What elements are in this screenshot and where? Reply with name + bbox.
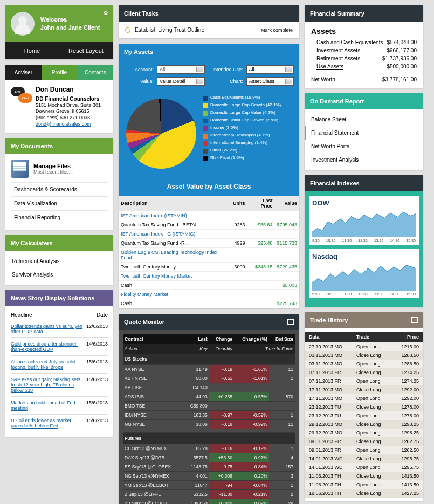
news-header: News Story Display Solutions xyxy=(5,290,113,306)
legend-item: Other (22.2%) xyxy=(203,148,295,154)
trade-row: 29.12.2013 MOClose Long1298.25 xyxy=(305,420,423,429)
intended-use-select[interactable]: All xyxy=(246,65,294,74)
reset-layout-button[interactable]: Reset Layout xyxy=(59,42,113,59)
quote-monitor-card: Quote Monitor Contract Last Change Chang… xyxy=(119,314,299,504)
quote-row: ABT ISEC4.140 xyxy=(123,383,295,392)
my-calculators-card: My Calculaters Retirement AnalysisSurviv… xyxy=(5,235,113,285)
news-row[interactable]: S&P ekes out gain; Nasdaq sets fresh 12-… xyxy=(11,374,108,397)
quote-row: ABT NYSE50.00-0.51-1.01%1 xyxy=(123,374,295,383)
client-tasks-header: Client Tasks xyxy=(119,5,299,22)
asset-row: Cash$5,003 xyxy=(119,281,299,290)
news-row[interactable]: Dollar extends gains vs euro, yen after … xyxy=(11,320,108,338)
my-calculators-header: My Calculaters xyxy=(5,235,113,251)
report-item[interactable]: Net Worth Portal xyxy=(305,140,423,153)
financial-summary-card: Financial Summary Assets Cash and Cash E… xyxy=(305,5,423,88)
window-icon[interactable] xyxy=(411,317,418,323)
report-item[interactable]: Investment Analysis xyxy=(305,153,423,167)
tab-adviser[interactable]: Adviser xyxy=(5,65,42,80)
col-units: Units xyxy=(231,196,247,211)
adviser-card: Adviser Profile Contacts Live Chat Don D… xyxy=(5,65,113,133)
legend-item: Income (3.0%) xyxy=(203,126,295,131)
trade-row: 14.01.2013 WDOpen Long1295.75 xyxy=(305,463,423,472)
trade-row: 23.12.2013 TUOpen Long1278.00 xyxy=(305,411,423,420)
window-icon[interactable] xyxy=(287,319,294,325)
legend-item: International Developed (4.7%) xyxy=(203,133,295,139)
intended-use-label: Intended Use: xyxy=(208,67,243,72)
legend-item: Domestic Large Cap Growth (42.1%) xyxy=(203,103,295,108)
adviser-name: Don Duncan xyxy=(36,86,101,94)
adviser-email[interactable]: dond@financialsales.com xyxy=(36,121,101,128)
pie-legend: Cash Equivalents (18.9%)Domestic Large C… xyxy=(203,95,295,176)
gear-icon[interactable]: ✿ xyxy=(104,10,108,16)
avatar xyxy=(11,12,35,36)
value-label: Value: xyxy=(124,79,154,84)
news-row[interactable]: US oil ends lower as market pares bets b… xyxy=(11,415,108,432)
asset-row: IST American Index - G (ISTAMIG) xyxy=(119,230,299,239)
col-last-price: Last Price xyxy=(247,196,275,211)
qm-col-quantity: Quantity xyxy=(209,344,234,354)
col-description: Description xyxy=(119,196,231,211)
asset-row: Golden Eagle CSI Leading Technology Inde… xyxy=(119,248,299,263)
summary-row: Use Assets$500,000.00 xyxy=(311,63,417,71)
trade-row: 07.11.2013 FROpen Long1274.25 xyxy=(305,377,423,385)
qm-col-change-pct: Change (%) xyxy=(234,334,269,344)
summary-row: Cash and Cash Equivalents$574,048.00 xyxy=(311,38,417,46)
summary-row: Investment Assets$966,177.00 xyxy=(311,46,417,54)
report-item[interactable]: Financial Statement xyxy=(305,126,423,140)
manage-files-link[interactable]: Manage Files xyxy=(33,163,73,169)
quote-monitor-header: Quote Monitor xyxy=(124,319,164,325)
report-item[interactable]: Balance Sheet xyxy=(305,113,423,126)
value-select[interactable]: Value Detail xyxy=(157,77,205,86)
adviser-phone: (Business) 630-271-0033 xyxy=(36,115,101,121)
asset-row: Fidelity Money Market xyxy=(119,290,299,299)
document-item[interactable]: Financial Reporting xyxy=(11,210,108,224)
trade-history-card: Trade History Data Trade Price 27.10.201… xyxy=(305,312,423,501)
chart-label: Chart: xyxy=(208,79,243,84)
qm-col-action: Action xyxy=(123,344,184,354)
welcome-line2: John and Jane Client xyxy=(40,24,100,31)
nasdaq-title: Nasdaq xyxy=(312,252,416,260)
asset-row: Quantum Tax Saving Fund -R...4929$23.48$… xyxy=(119,239,299,248)
calculator-item[interactable]: Retirement Analysis xyxy=(5,254,113,268)
mark-complete-button[interactable]: Mark complete xyxy=(261,27,293,33)
legend-item: Domestic Large Cap Value (4.2%) xyxy=(203,111,295,116)
trade-row: 07.11.2013 FRClose Long1274.25 xyxy=(305,368,423,377)
news-row[interactable]: Markets on hold ahead of Fed meeting15/6… xyxy=(11,397,108,415)
news-card: News Story Display Solutions Headline Da… xyxy=(5,290,113,437)
news-row[interactable]: Asian stocks end July on solid footing, … xyxy=(11,356,108,374)
summary-row: Retirement Assets$1,737,936.00 xyxy=(311,54,417,63)
quote-row: ZB Sep'13 @ECBOT139.050+0.0400.09%28 xyxy=(123,499,295,505)
quote-row: ES Sep'13 @GLOBEX1148.75-9.75-0.84%157 xyxy=(123,462,295,472)
quote-row: Z Sep'13 @LIFFE5132.5-11.00-0.21%2 xyxy=(123,490,295,499)
document-item[interactable]: Data Visualization xyxy=(11,196,108,210)
live-chat-icon[interactable]: Live Chat xyxy=(11,86,31,106)
welcome-card: ✿ Welcome, John and Jane Client Home Res… xyxy=(5,5,113,59)
financial-summary-header: Financial Summary xyxy=(305,5,423,22)
asset-row: Quantum Tax Saving Fund - RETAIL ...9283… xyxy=(119,220,299,230)
dow-panel: DOW 9:3010:3011:3012:3013:3014:3015:30 xyxy=(309,196,419,245)
tab-contacts[interactable]: Contacts xyxy=(77,65,113,80)
quote-row: YM Sep'13 @ECBOT11047-94-0.84%1 xyxy=(123,481,295,490)
chart-select[interactable]: Asset Class xyxy=(246,77,294,86)
quote-row: IBM NYSE163.35-0.97-0.59%1 xyxy=(123,411,295,420)
account-select[interactable]: All xyxy=(157,65,205,74)
trade-row: 27.10.2013 MOOpen Long1216.00 xyxy=(305,342,423,351)
task-item: Establish Living Trust Outline xyxy=(135,27,204,33)
calculator-item[interactable]: Survivor Analysis xyxy=(5,268,113,281)
qm-col-key: Key xyxy=(184,344,209,354)
trade-row: 03.11.2013 MOOpen Long1288.50 xyxy=(305,360,423,368)
news-row[interactable]: Gold prices drop after stronger-than-exp… xyxy=(11,338,108,356)
th-col-data: Data xyxy=(309,334,356,340)
adviser-company: DD Financial Counselors xyxy=(36,95,101,102)
trade-row: 09.01.2013 FRClose Long1262.75 xyxy=(305,437,423,446)
tab-profile[interactable]: Profile xyxy=(42,65,78,80)
quote-row: CL Oct'13 @NYMEX85.28-0.16-0.19%1 xyxy=(123,444,295,453)
document-item[interactable]: Dashboards & Scorecards xyxy=(11,182,108,196)
trade-row: 17.11.2013 MOClose Long1292.00 xyxy=(305,385,423,394)
home-button[interactable]: Home xyxy=(5,42,59,59)
col-value: Value xyxy=(274,196,299,211)
trade-row: 03.11.2013 MOClose Long1288.50 xyxy=(305,351,423,360)
my-documents-header: My Documents xyxy=(5,138,113,154)
quote-row: AA NYSE11.49-0.19-1.63%11 xyxy=(123,365,295,374)
client-tasks-card: Client Tasks Establish Living Trust Outl… xyxy=(119,5,299,38)
